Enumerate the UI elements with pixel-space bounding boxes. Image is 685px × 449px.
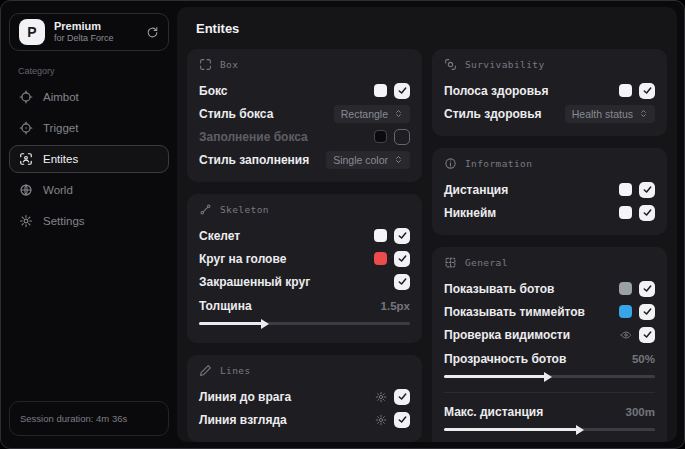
setting-row-health-style: Стиль здоровья Health status <box>444 102 655 125</box>
logo-badge: P <box>19 19 45 45</box>
box-icon <box>199 58 212 71</box>
color-swatch[interactable] <box>619 305 632 318</box>
box-style-select[interactable]: Rectangle <box>334 105 410 123</box>
logo-title: Premium <box>54 19 114 33</box>
checkbox-checked[interactable] <box>639 205 655 221</box>
grid-icon <box>444 256 457 269</box>
setting-row-show-teammates: Показывать тиммейтов <box>444 300 655 323</box>
checkbox-checked[interactable] <box>639 327 655 343</box>
setting-row-thickness: Толщина 1.5px <box>199 293 410 332</box>
checkbox-checked[interactable] <box>394 83 410 99</box>
setting-row-filled-circle: Закрашенный круг <box>199 270 410 293</box>
checkbox-checked[interactable] <box>394 228 410 244</box>
crosshair-icon <box>19 90 33 104</box>
setting-row-box: Бокс <box>199 79 410 102</box>
max-distance-slider[interactable] <box>444 428 655 431</box>
app-window: P Premium for Delta Force Category Aimbo… <box>0 0 685 449</box>
panel-title: General <box>465 257 508 268</box>
checkbox-checked[interactable] <box>639 182 655 198</box>
session-duration: Session duration: 4m 36s <box>9 401 169 436</box>
setting-row-visibility-check: Проверка видимости <box>444 323 655 346</box>
panel-general: General Показывать ботов Показывать тимм… <box>432 247 667 442</box>
sidebar-item-label: World <box>43 184 73 196</box>
sidebar-item-label: Aimbot <box>43 91 79 103</box>
health-style-select[interactable]: Health status <box>565 105 655 123</box>
setting-row-enemy-line: Линия до врага <box>199 385 410 408</box>
color-swatch[interactable] <box>619 282 632 295</box>
fill-style-select[interactable]: Single color <box>326 151 410 169</box>
thickness-slider[interactable] <box>199 322 410 325</box>
eye-icon[interactable] <box>620 329 632 341</box>
color-swatch[interactable] <box>374 252 387 265</box>
checkbox-checked[interactable] <box>394 389 410 405</box>
panel-title: Lines <box>220 365 251 376</box>
setting-row-distance: Дистанция <box>444 178 655 201</box>
setting-row-head-circle: Круг на голове <box>199 247 410 270</box>
user-scan-icon <box>19 152 33 166</box>
sidebar-item-label: Entites <box>43 153 78 165</box>
sidebar-item-aimbot[interactable]: Aimbot <box>9 83 169 111</box>
pencil-icon <box>199 364 212 377</box>
target-icon <box>19 121 33 135</box>
panel-title: Information <box>465 158 532 169</box>
panel-skeleton: Skeleton Скелет Круг на голове <box>187 194 422 343</box>
pulse-icon <box>444 58 457 71</box>
setting-row-view-line: Линия взгляда <box>199 408 410 431</box>
checkbox-checked[interactable] <box>394 251 410 267</box>
panel-information: Information Дистанция Никнейм <box>432 148 667 235</box>
category-label: Category <box>18 66 169 76</box>
panel-title: Box <box>220 59 238 70</box>
setting-row-box-style: Стиль бокса Rectangle <box>199 102 410 125</box>
refresh-icon[interactable] <box>146 26 159 39</box>
checkbox-checked[interactable] <box>639 304 655 320</box>
divider <box>444 392 655 393</box>
chevrons-up-down-icon <box>394 155 403 164</box>
panel-title: Survivability <box>465 59 545 70</box>
setting-row-max-distance: Макс. дистанция 300m <box>444 399 655 438</box>
color-swatch[interactable] <box>619 84 632 97</box>
setting-row-health-bar: Полоса здоровья <box>444 79 655 102</box>
chevrons-up-down-icon <box>394 109 403 118</box>
panel-title: Skeleton <box>220 204 269 215</box>
slider-value: 300m <box>626 406 655 418</box>
slider-value: 50% <box>632 353 655 365</box>
setting-row-fill-style: Стиль заполнения Single color <box>199 148 410 171</box>
gear-icon[interactable] <box>375 414 387 426</box>
setting-row-skeleton: Скелет <box>199 224 410 247</box>
bone-icon <box>199 203 212 216</box>
sidebar-item-trigget[interactable]: Trigget <box>9 114 169 142</box>
setting-row-show-bots: Показывать ботов <box>444 277 655 300</box>
setting-row-nickname: Никнейм <box>444 201 655 224</box>
bot-opacity-slider[interactable] <box>444 375 655 378</box>
panel-box: Box Бокс Стиль бокса <box>187 49 422 182</box>
sidebar-item-label: Trigget <box>43 122 78 134</box>
gear-icon <box>19 214 33 228</box>
checkbox-checked[interactable] <box>394 274 410 290</box>
color-swatch[interactable] <box>619 206 632 219</box>
sidebar-item-world[interactable]: World <box>9 176 169 204</box>
checkbox-checked[interactable] <box>394 412 410 428</box>
color-swatch[interactable] <box>374 130 387 143</box>
checkbox-checked[interactable] <box>639 281 655 297</box>
sidebar-item-entites[interactable]: Entites <box>9 145 169 173</box>
session-duration-text: Session duration: 4m 36s <box>20 413 127 424</box>
logo-subtitle: for Delta Force <box>54 33 114 45</box>
main-content: Entites Box Бокс <box>177 7 677 442</box>
slider-value: 1.5px <box>381 300 410 312</box>
sidebar-item-settings[interactable]: Settings <box>9 207 169 235</box>
setting-row-bot-opacity: Прозрачность ботов 50% <box>444 346 655 385</box>
checkbox-unchecked[interactable] <box>394 129 410 145</box>
panel-survivability: Survivability Полоса здоровья Стиль здор… <box>432 49 667 136</box>
globe-icon <box>19 183 33 197</box>
gear-icon[interactable] <box>375 391 387 403</box>
sidebar-item-label: Settings <box>43 215 85 227</box>
sidebar: P Premium for Delta Force Category Aimbo… <box>1 1 177 448</box>
panel-lines: Lines Линия до врага <box>187 355 422 442</box>
page-title: Entites <box>196 21 667 36</box>
color-swatch[interactable] <box>619 183 632 196</box>
logo-card[interactable]: P Premium for Delta Force <box>9 13 169 51</box>
color-swatch[interactable] <box>374 229 387 242</box>
info-icon <box>444 157 457 170</box>
checkbox-checked[interactable] <box>639 83 655 99</box>
color-swatch[interactable] <box>374 84 387 97</box>
